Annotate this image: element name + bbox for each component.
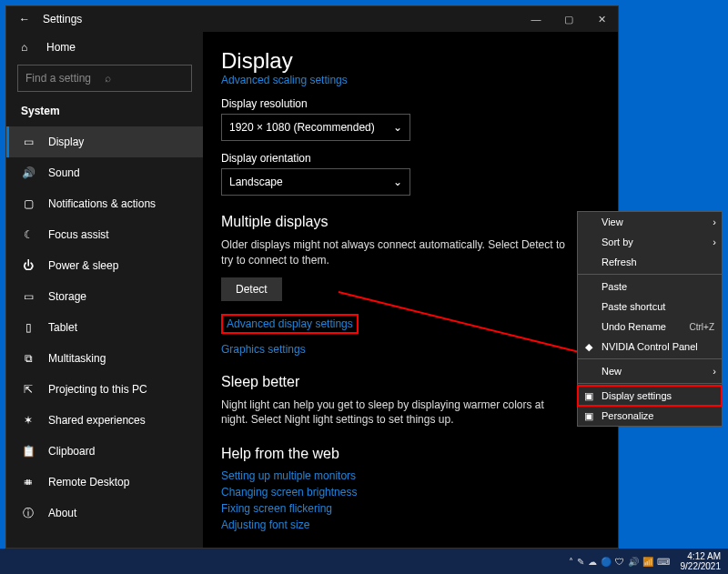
sidebar-item-multitasking[interactable]: ⧉Multitasking xyxy=(6,343,203,374)
resolution-value: 1920 × 1080 (Recommended) xyxy=(229,121,375,134)
sidebar-item-clipboard[interactable]: 📋Clipboard xyxy=(6,436,203,467)
window-title: Settings xyxy=(43,13,520,25)
home-icon: ⌂ xyxy=(21,41,35,54)
nav-label: Focus assist xyxy=(48,228,109,241)
graphics-settings-link[interactable]: Graphics settings xyxy=(221,343,600,356)
system-tray[interactable]: ˄✎☁🔵🛡🔊📶⌨ 4:12 AM 9/22/2021 xyxy=(567,551,729,571)
nav-icon: 📋 xyxy=(21,445,35,458)
sidebar-item-notifications-actions[interactable]: ▢Notifications & actions xyxy=(6,188,203,219)
context-menu-item-paste[interactable]: Paste xyxy=(578,277,722,297)
nav-icon: ▢ xyxy=(21,197,35,210)
submenu-arrow-icon: › xyxy=(713,237,716,247)
context-menu-item-new[interactable]: New› xyxy=(578,361,722,381)
advanced-scaling-link[interactable]: Advanced scaling settings xyxy=(221,74,600,86)
minimize-button[interactable]: — xyxy=(520,14,552,25)
sidebar-item-focus-assist[interactable]: ☾Focus assist xyxy=(6,219,203,250)
menu-label: Paste shortcut xyxy=(602,301,665,312)
close-button[interactable]: ✕ xyxy=(585,14,618,25)
nav-icon: ⏻ xyxy=(21,259,35,272)
context-menu-item-view[interactable]: View› xyxy=(578,212,722,232)
menu-icon: ▣ xyxy=(582,410,595,422)
tray-icon[interactable]: ☁ xyxy=(588,557,597,567)
chevron-down-icon: ⌄ xyxy=(393,121,402,134)
nav-label: Tablet xyxy=(48,321,77,334)
nav-icon: ☾ xyxy=(21,228,35,241)
help-heading: Help from the web xyxy=(221,446,600,462)
chevron-down-icon: ⌄ xyxy=(393,176,402,188)
desktop-context-menu: View›Sort by›RefreshPastePaste shortcutU… xyxy=(577,211,723,427)
sidebar-item-storage[interactable]: ▭Storage xyxy=(6,281,203,312)
tray-icon[interactable]: 🔊 xyxy=(628,557,639,567)
menu-label: Refresh xyxy=(602,257,637,267)
sidebar-item-projecting-to-this-pc[interactable]: ⇱Projecting to this PC xyxy=(6,374,203,405)
multiple-displays-desc: Older displays might not always connect … xyxy=(221,237,567,268)
sleep-better-heading: Sleep better xyxy=(221,374,600,390)
menu-label: New xyxy=(602,366,622,377)
sidebar-item-remote-desktop[interactable]: ⩩Remote Desktop xyxy=(6,467,203,498)
sidebar: ⌂ Home Find a setting ⌕ System ▭Display🔊… xyxy=(6,32,203,548)
resolution-dropdown[interactable]: 1920 × 1080 (Recommended) ⌄ xyxy=(221,114,410,141)
tray-icon[interactable]: 🛡 xyxy=(615,557,624,567)
menu-label: Sort by xyxy=(602,237,633,247)
context-menu-item-personalize[interactable]: ▣Personalize xyxy=(578,406,722,426)
advanced-display-settings-link[interactable]: Advanced display settings xyxy=(227,317,353,330)
menu-label: Personalize xyxy=(602,410,653,421)
tray-icon[interactable]: ⌨ xyxy=(657,557,670,567)
tray-icon[interactable]: 📶 xyxy=(642,557,653,567)
context-menu-item-undo-rename[interactable]: Undo RenameCtrl+Z xyxy=(578,317,722,337)
sidebar-item-about[interactable]: ⓘAbout xyxy=(6,498,203,529)
context-menu-item-display-settings[interactable]: ▣Display settings xyxy=(578,386,722,406)
submenu-arrow-icon: › xyxy=(713,366,716,377)
back-button[interactable]: ← xyxy=(6,13,43,25)
tray-icon[interactable]: ✎ xyxy=(577,557,584,567)
context-menu-item-nvidia-control-panel[interactable]: ◆NVIDIA Control Panel xyxy=(578,337,722,357)
submenu-arrow-icon: › xyxy=(713,217,716,227)
nav-icon: ⇱ xyxy=(21,383,35,396)
nav-label: Clipboard xyxy=(48,445,95,458)
sidebar-item-display[interactable]: ▭Display xyxy=(6,126,203,157)
maximize-button[interactable]: ▢ xyxy=(552,14,585,25)
nav-icon: ⩩ xyxy=(21,476,35,488)
nav-label: Display xyxy=(48,136,84,148)
menu-label: Paste xyxy=(602,281,627,292)
content-pane: Display Advanced scaling settings Displa… xyxy=(203,32,618,548)
nav-label: Notifications & actions xyxy=(48,197,156,210)
page-title: Display xyxy=(221,48,600,74)
tray-icon[interactable]: ˄ xyxy=(569,557,573,567)
detect-button[interactable]: Detect xyxy=(221,277,282,301)
menu-icon: ◆ xyxy=(582,341,595,353)
orientation-label: Display orientation xyxy=(221,152,600,165)
multiple-displays-heading: Multiple displays xyxy=(221,214,600,230)
context-menu-item-sort-by[interactable]: Sort by› xyxy=(578,232,722,252)
nav-icon: ▭ xyxy=(21,290,35,303)
sidebar-item-power-sleep[interactable]: ⏻Power & sleep xyxy=(6,250,203,281)
menu-label: Undo Rename xyxy=(602,321,666,332)
context-menu-item-paste-shortcut[interactable]: Paste shortcut xyxy=(578,297,722,317)
menu-icon: ▣ xyxy=(582,390,595,402)
tray-icon[interactable]: 🔵 xyxy=(601,557,612,567)
sidebar-item-tablet[interactable]: ▯Tablet xyxy=(6,312,203,343)
search-input[interactable]: Find a setting ⌕ xyxy=(17,65,192,92)
home-label: Home xyxy=(46,41,76,54)
sidebar-item-shared-experiences[interactable]: ✶Shared experiences xyxy=(6,405,203,436)
nav-icon: ▭ xyxy=(21,136,35,148)
orientation-value: Landscape xyxy=(229,176,283,188)
help-link[interactable]: Setting up multiple monitors xyxy=(221,469,600,482)
menu-label: NVIDIA Control Panel xyxy=(602,341,698,352)
search-icon: ⌕ xyxy=(105,72,184,85)
help-link[interactable]: Changing screen brightness xyxy=(221,486,600,498)
taskbar[interactable]: ˄✎☁🔵🛡🔊📶⌨ 4:12 AM 9/22/2021 xyxy=(0,549,728,574)
help-link[interactable]: Fixing screen flickering xyxy=(221,502,600,515)
home-nav[interactable]: ⌂ Home xyxy=(6,32,203,57)
nav-icon: 🔊 xyxy=(21,166,35,179)
help-link[interactable]: Adjusting font size xyxy=(221,519,600,531)
orientation-dropdown[interactable]: Landscape ⌄ xyxy=(221,168,410,196)
sleep-better-desc: Night light can help you get to sleep by… xyxy=(221,398,567,428)
search-placeholder: Find a setting xyxy=(25,72,105,85)
sidebar-item-sound[interactable]: 🔊Sound xyxy=(6,157,203,188)
clock[interactable]: 4:12 AM 9/22/2021 xyxy=(681,551,722,571)
context-menu-item-refresh[interactable]: Refresh xyxy=(578,252,722,272)
date: 9/22/2021 xyxy=(681,561,722,571)
menu-label: Display settings xyxy=(602,390,672,401)
nav-label: Multitasking xyxy=(48,352,106,365)
